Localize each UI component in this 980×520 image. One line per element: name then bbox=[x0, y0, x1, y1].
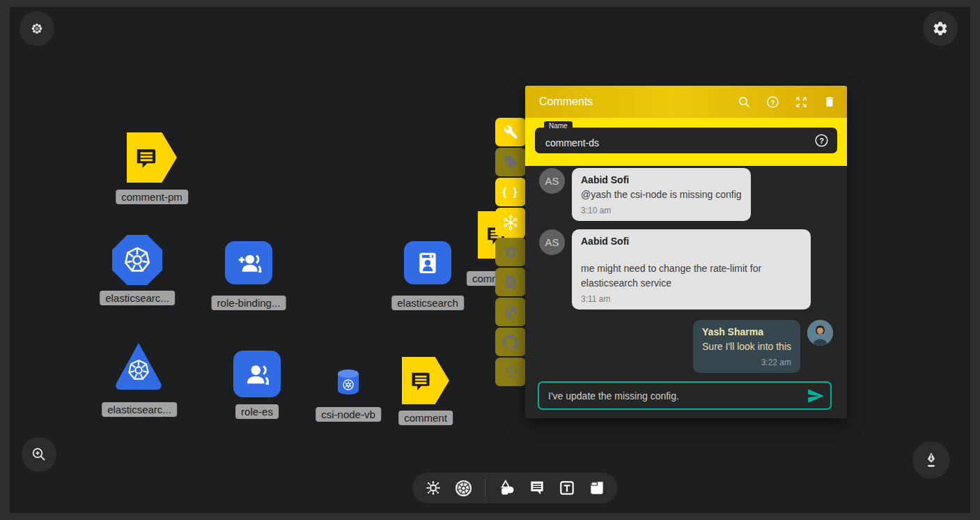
message-bubble: Aabid Sofi @yash the csi-node is missing… bbox=[572, 168, 751, 221]
message-bubble: Yash Sharma Sure I'll look into this 3:2… bbox=[693, 320, 800, 373]
settings-button[interactable] bbox=[923, 11, 958, 46]
pen-tool-button[interactable] bbox=[912, 441, 950, 479]
help-icon: ? bbox=[766, 95, 779, 109]
search-button[interactable] bbox=[738, 95, 751, 109]
kubernetes-wheel-icon bbox=[122, 245, 153, 275]
history-tool-button[interactable] bbox=[495, 358, 526, 386]
pen-nib-icon bbox=[922, 451, 940, 469]
comment-input[interactable] bbox=[538, 381, 832, 410]
text-tool-button[interactable] bbox=[558, 479, 576, 497]
svg-text:?: ? bbox=[770, 98, 775, 106]
comment-message: AS Aabid Sofi @yash the csi-node is miss… bbox=[525, 168, 847, 221]
gear-icon bbox=[932, 20, 949, 37]
help-icon: ? bbox=[814, 133, 829, 148]
kubernetes-icon bbox=[454, 479, 473, 498]
message-bubble: Aabid Sofi me might need to change the r… bbox=[572, 229, 811, 309]
avatar: AS bbox=[539, 168, 565, 194]
hub-icon bbox=[502, 214, 519, 231]
node-label: elasticsearc... bbox=[100, 291, 175, 305]
message-author: Yash Sharma bbox=[702, 326, 791, 337]
node-role-es[interactable] bbox=[233, 351, 281, 397]
node-label: elasticsearc... bbox=[102, 402, 177, 417]
comment-message: AS Aabid Sofi me might need to change th… bbox=[525, 229, 847, 309]
expand-button[interactable] bbox=[795, 95, 808, 109]
role-binding-icon bbox=[235, 249, 263, 277]
panel-title: Comments bbox=[539, 95, 722, 108]
storage-cylinder-icon bbox=[335, 368, 361, 396]
hub-tool-button[interactable] bbox=[495, 208, 526, 236]
message-text: me might need to change the rate-limit f… bbox=[581, 261, 802, 290]
tag-icon bbox=[504, 155, 518, 169]
zoom-in-button[interactable] bbox=[22, 437, 56, 472]
image-icon bbox=[588, 479, 606, 497]
name-section: Name ? bbox=[525, 118, 847, 166]
send-button[interactable] bbox=[807, 387, 825, 405]
node-comment-pm[interactable] bbox=[127, 132, 177, 183]
app-logo-button[interactable] bbox=[20, 11, 54, 46]
role-icon bbox=[242, 360, 272, 389]
message-text: Sure I'll look into this bbox=[702, 339, 791, 353]
node-elasticsearch-triangle[interactable] bbox=[112, 340, 165, 392]
configure-tool-button[interactable] bbox=[495, 118, 526, 146]
flower-logo-icon bbox=[30, 22, 44, 36]
shapes-icon bbox=[497, 479, 516, 498]
service-account-badge-icon bbox=[414, 249, 442, 277]
node-action-toolbar: { } bbox=[495, 118, 526, 386]
app-window: { "colors": { "accent_yellow": "#FFD602"… bbox=[0, 0, 980, 520]
comments-panel-header[interactable]: Comments ? bbox=[525, 86, 847, 118]
comments-thread[interactable]: AS Aabid Sofi @yash the csi-node is miss… bbox=[525, 166, 847, 418]
inspect-tool-button[interactable] bbox=[495, 268, 526, 296]
comment-icon bbox=[409, 368, 434, 393]
triangle-shape bbox=[112, 340, 165, 392]
comment-message: Yash Sharma Sure I'll look into this 3:2… bbox=[525, 320, 847, 373]
github-tool-button[interactable] bbox=[495, 328, 526, 356]
svg-text:?: ? bbox=[819, 137, 824, 145]
design-canvas[interactable]: comment-pm elasticsearc... role-binding.… bbox=[10, 7, 970, 513]
message-time: 3:11 am bbox=[581, 294, 802, 304]
gear-icon bbox=[504, 245, 518, 259]
shapes-tool-button[interactable] bbox=[497, 479, 516, 498]
node-label: csi-node-vb bbox=[316, 407, 381, 422]
json-tool-button[interactable]: { } bbox=[495, 178, 526, 206]
tag-tool-button[interactable] bbox=[495, 148, 526, 176]
trash-icon bbox=[823, 95, 836, 108]
node-csi-node-vb[interactable] bbox=[335, 368, 361, 396]
comment-tool-button[interactable] bbox=[528, 479, 546, 497]
node-role-binding[interactable] bbox=[225, 241, 272, 284]
toolbar-divider bbox=[485, 479, 485, 497]
name-field-label: Name bbox=[544, 121, 573, 130]
send-icon bbox=[807, 387, 825, 405]
search-icon bbox=[738, 95, 751, 109]
github-icon bbox=[503, 335, 518, 350]
zoom-in-icon bbox=[31, 446, 47, 463]
delete-button[interactable] bbox=[823, 95, 836, 108]
name-help-button[interactable]: ? bbox=[814, 133, 829, 151]
components-tool-button[interactable] bbox=[424, 479, 442, 497]
comments-panel: Comments ? bbox=[525, 86, 847, 418]
settings-tool-button[interactable] bbox=[495, 238, 526, 266]
comment-icon bbox=[528, 479, 546, 497]
shape-toolbar bbox=[412, 473, 618, 503]
node-elasticsearch-serviceaccount[interactable] bbox=[404, 241, 451, 284]
spacer bbox=[581, 249, 802, 261]
avatar bbox=[807, 320, 833, 346]
text-icon bbox=[558, 479, 576, 497]
name-input[interactable] bbox=[535, 128, 837, 153]
braces-icon: { } bbox=[502, 185, 519, 199]
security-tool-button[interactable] bbox=[495, 298, 526, 326]
document-search-icon bbox=[504, 275, 518, 289]
help-button[interactable]: ? bbox=[766, 95, 779, 109]
user-photo bbox=[807, 320, 833, 346]
message-author: Aabid Sofi bbox=[581, 174, 742, 185]
node-label: comment-pm bbox=[116, 190, 188, 204]
kubernetes-tool-button[interactable] bbox=[454, 479, 473, 498]
shield-icon bbox=[504, 305, 518, 319]
node-elasticsearch-octagon[interactable] bbox=[112, 235, 162, 285]
message-text: @yash the csi-node is missing config bbox=[581, 188, 742, 201]
comment-icon bbox=[134, 144, 160, 171]
image-tool-button[interactable] bbox=[588, 479, 606, 497]
message-time: 3:10 am bbox=[581, 206, 742, 215]
expand-icon bbox=[795, 95, 808, 109]
node-comment[interactable] bbox=[402, 357, 449, 404]
comment-composer bbox=[538, 381, 832, 410]
